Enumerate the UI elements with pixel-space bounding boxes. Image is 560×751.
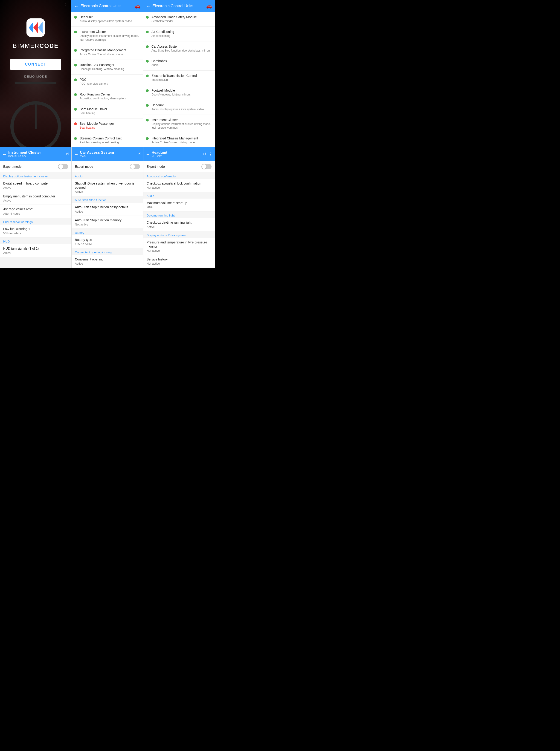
setting-item[interactable]: Shut off iDrive system when driver door … xyxy=(72,179,143,196)
ecu-item[interactable]: Integrated Chassis Management Active Cru… xyxy=(71,45,143,60)
ecu-item[interactable]: Car Access System Auto Start Stop functi… xyxy=(143,41,215,56)
ecu-item-name: Combobox xyxy=(152,59,167,63)
back-button-detail-3[interactable]: ← xyxy=(146,151,150,157)
setting-item[interactable]: Auto Start Stop function off by default … xyxy=(72,203,143,216)
ecu-item[interactable]: Footwell Module Doors/windows, lighting,… xyxy=(143,85,215,100)
ecu-header-1: ← Electronic Control Units 🚗 xyxy=(71,0,143,12)
ecu-item-desc: Seat heating xyxy=(80,111,107,115)
refresh-icon-2[interactable]: ↺ xyxy=(137,151,141,157)
status-dot xyxy=(74,31,77,33)
ecu-item[interactable]: Instrument Cluster Display options instr… xyxy=(71,27,143,45)
setting-item[interactable]: Convenient opening Active xyxy=(72,255,143,268)
ecu-item-name: Seat Module Passenger xyxy=(80,122,114,125)
ecu-item-desc: Active Cruise Control, driving mode xyxy=(152,141,198,144)
ecu-item-desc: Auto Start Stop function, doors/windows,… xyxy=(152,49,211,53)
ecu-item[interactable]: Electronic Transmission Control Transmis… xyxy=(143,70,215,85)
overflow-icon-3[interactable]: ⋮ xyxy=(208,151,213,157)
ecu-item-name: Advanced Crash Safety Module xyxy=(152,15,197,19)
ecu-item[interactable]: Advanced Crash Safety Module Seatbelt re… xyxy=(143,12,215,27)
refresh-icon-1[interactable]: ↺ xyxy=(66,151,69,157)
status-dot xyxy=(146,104,149,107)
section-header: Battery xyxy=(72,229,143,236)
ecu-item-desc: Acoustical confirmation, alarm system xyxy=(80,97,126,101)
setting-name: Digital speed in board computer xyxy=(3,181,68,185)
setting-name: Maximum volume at start-up xyxy=(147,201,212,205)
ecu-item-name: Headunit xyxy=(152,103,204,107)
setting-item[interactable]: Empty menu item in board computer Active xyxy=(0,192,71,205)
ecu-item[interactable]: Combobox Audio xyxy=(143,56,215,70)
setting-value: Active xyxy=(147,225,212,229)
bimmercode-panel: ⋮ BIMMERCODE CONNECT DEMO MODE xyxy=(0,0,71,147)
setting-item[interactable]: Battery type 105 Ah AGM xyxy=(72,236,143,248)
status-dot xyxy=(146,75,149,77)
setting-item[interactable]: Pressure and temperature in tyre pressur… xyxy=(143,238,215,255)
setting-name: Low fuel warning 1 xyxy=(3,227,68,231)
ecu-item[interactable]: Steering Column Control Unit Paddles, st… xyxy=(71,133,143,147)
svg-marker-1 xyxy=(33,22,38,33)
setting-item[interactable]: HUD turn signals (1 of 2) Active xyxy=(0,244,71,257)
setting-value: Active xyxy=(3,199,68,202)
status-dot xyxy=(146,119,149,121)
back-button-detail-1[interactable]: ← xyxy=(2,151,7,157)
back-button-1[interactable]: ← xyxy=(74,3,79,9)
status-dot xyxy=(146,16,149,19)
setting-value: After 4 hours xyxy=(3,212,68,215)
car-icon-1: 🚗 xyxy=(135,3,140,9)
setting-item[interactable]: Checkbox daytime running light Active xyxy=(143,218,215,231)
setting-item[interactable]: Digital speed in board computer Active xyxy=(0,179,71,192)
back-button-2[interactable]: ← xyxy=(146,3,151,9)
ecu-list-2: Advanced Crash Safety Module Seatbelt re… xyxy=(143,12,215,147)
ecu-item-desc: Audio, display options iDrive system, vi… xyxy=(80,19,132,23)
demo-mode-label: DEMO MODE xyxy=(24,75,47,78)
setting-item[interactable]: Auto Start Stop function memory Not acti… xyxy=(72,216,143,229)
status-dot xyxy=(146,45,149,48)
expert-mode-label-1: Expert mode xyxy=(3,165,21,168)
ecu-item[interactable]: Air Conditioning Air conditioning xyxy=(143,27,215,41)
ecu-header-2: ← Electronic Control Units 🚗 xyxy=(143,0,215,12)
status-dot xyxy=(146,137,149,140)
expert-mode-toggle-2[interactable] xyxy=(130,164,140,169)
ecu-item-name: PDC xyxy=(80,78,108,81)
expert-mode-toggle-3[interactable] xyxy=(201,164,212,169)
status-dot xyxy=(74,16,77,19)
ecu-item[interactable]: Headunit Audio, display options iDrive s… xyxy=(71,12,143,27)
detail-panel-car-access: ← Car Access System CAS ↺ Expert mode Au… xyxy=(72,147,143,268)
detail-title-1: Instrument Cluster xyxy=(8,150,66,155)
ecu-item[interactable]: Instrument Cluster Display options instr… xyxy=(143,115,215,134)
refresh-icon-3[interactable]: ↺ xyxy=(203,151,206,157)
setting-name: Shut off iDrive system when driver door … xyxy=(75,181,140,189)
setting-item[interactable]: Low fuel warning 1 50 kilometers xyxy=(0,225,71,238)
ecu-panel-1: ← Electronic Control Units 🚗 Headunit Au… xyxy=(71,0,143,147)
setting-item[interactable]: Checkbox acoustical lock confirmation No… xyxy=(143,179,215,192)
setting-value: 50 kilometers xyxy=(3,231,68,235)
ecu-item[interactable]: Junction Box Passenger Headlight cleanin… xyxy=(71,60,143,75)
connect-button[interactable]: CONNECT xyxy=(11,59,61,70)
setting-value: 20% xyxy=(147,205,212,209)
ecu-item-desc: Transmission xyxy=(152,78,197,82)
setting-name: Checkbox daytime running light xyxy=(147,220,212,225)
setting-item[interactable]: Service history Not active xyxy=(143,255,215,268)
ecu-item[interactable]: Headunit Audio, display options iDrive s… xyxy=(143,100,215,115)
detail-content-1: Display options instrument cluster Digit… xyxy=(0,172,71,257)
ecu-item-name: Air Conditioning xyxy=(152,30,174,34)
ecu-item[interactable]: Seat Module Passenger Seat heating xyxy=(71,119,143,133)
ecu-list-1: Headunit Audio, display options iDrive s… xyxy=(71,12,143,147)
ecu-item-name: Instrument Cluster xyxy=(152,118,212,122)
ecu-item-name: Car Access System xyxy=(152,45,211,48)
svg-marker-0 xyxy=(29,22,33,33)
setting-item[interactable]: Average values reset After 4 hours xyxy=(0,205,71,218)
back-button-detail-2[interactable]: ← xyxy=(74,151,79,157)
ecu-item[interactable]: Integrated Chassis Management Active Cru… xyxy=(143,133,215,147)
ecu-item-desc: Paddles, steering wheel heating xyxy=(80,141,122,144)
detail-subtitle-2: CAS xyxy=(80,155,137,158)
detail-panel-headunit: ← Headunit HU_CIC ↺ ⋮ Expert mode Acoust… xyxy=(143,147,215,268)
setting-item[interactable]: Maximum volume at start-up 20% xyxy=(143,199,215,211)
setting-value: Active xyxy=(3,251,68,255)
section-header: Acoustical confirmation xyxy=(143,172,215,179)
expert-mode-toggle-1[interactable] xyxy=(58,164,68,169)
ecu-item[interactable]: PDC PDC, rear view camera xyxy=(71,75,143,89)
ecu-item[interactable]: Seat Module Driver Seat heating xyxy=(71,104,143,119)
ecu-item-name: Footwell Module xyxy=(152,88,191,92)
status-dot xyxy=(146,31,149,33)
ecu-item[interactable]: Roof Function Center Acoustical confirma… xyxy=(71,89,143,104)
